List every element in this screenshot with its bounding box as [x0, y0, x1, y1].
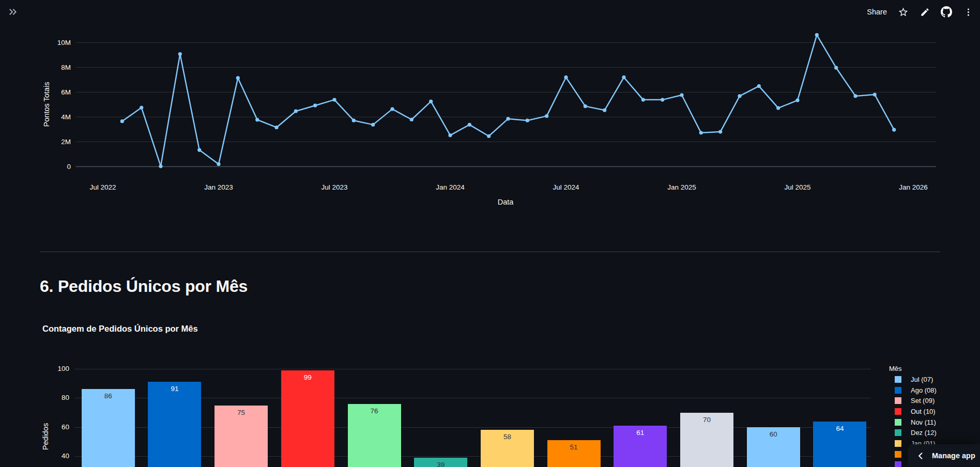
legend-swatch — [895, 376, 901, 383]
data-point-marker[interactable] — [545, 114, 548, 118]
x-axis-title: Data — [498, 198, 514, 206]
y-tick-label: 40 — [38, 452, 69, 460]
legend-swatch — [895, 429, 901, 436]
data-point-marker[interactable] — [738, 94, 741, 98]
data-point-marker[interactable] — [718, 130, 722, 134]
x-tick-label: Jan 2025 — [667, 183, 696, 191]
data-point-marker[interactable] — [584, 104, 587, 108]
legend-swatch — [895, 461, 901, 467]
data-point-marker[interactable] — [140, 106, 143, 110]
y-tick-label: 0 — [67, 163, 71, 170]
manage-app-button[interactable]: Manage app — [908, 444, 980, 467]
data-point-marker[interactable] — [641, 98, 645, 102]
bar-value-label: 39 — [414, 461, 467, 467]
bar-Out (10)[interactable] — [281, 370, 334, 467]
y-tick-label: 100 — [38, 365, 69, 372]
bar-Ago (08)[interactable] — [148, 382, 201, 467]
chevron-left-icon — [917, 452, 925, 460]
x-tick-label: Jul 2022 — [89, 183, 116, 191]
data-point-marker[interactable] — [603, 108, 606, 112]
legend-swatch — [895, 408, 901, 415]
data-point-marker[interactable] — [757, 84, 761, 88]
bar-Jul (07)[interactable] — [82, 389, 135, 467]
bar-value-label: 91 — [148, 385, 201, 393]
legend-swatch — [895, 387, 901, 394]
bar-value-label: 51 — [547, 443, 601, 451]
data-point-marker[interactable] — [352, 119, 356, 122]
data-point-marker[interactable] — [468, 123, 471, 127]
legend-item-label: Dez (12) — [911, 429, 937, 437]
data-point-marker[interactable] — [371, 123, 375, 127]
bar-chart-pedidos-por-mes[interactable]: 100806040Pedidos869175997639585161706064 — [0, 289, 980, 467]
data-point-marker[interactable] — [159, 164, 162, 168]
legend-item-Out (10)[interactable]: Out (10) — [885, 406, 980, 416]
bar-value-label: 76 — [348, 407, 401, 415]
data-point-marker[interactable] — [236, 76, 240, 80]
x-tick-label: Jul 2024 — [553, 183, 579, 191]
y-tick-label: 80 — [38, 394, 69, 401]
data-point-marker[interactable] — [487, 134, 491, 138]
legend-item-Ago (08)[interactable]: Ago (08) — [885, 385, 980, 395]
manage-app-label: Manage app — [932, 452, 975, 460]
legend-item-Set (09)[interactable]: Set (09) — [885, 396, 980, 406]
gridline — [75, 369, 871, 369]
data-point-marker[interactable] — [448, 133, 452, 137]
data-point-marker[interactable] — [526, 119, 529, 122]
data-point-marker[interactable] — [506, 117, 510, 120]
legend-item-label: Nov (11) — [911, 418, 936, 426]
legend-item-label: Out (10) — [911, 408, 936, 415]
y-tick-label: 6M — [61, 88, 71, 96]
data-point-marker[interactable] — [390, 107, 394, 111]
data-point-marker[interactable] — [410, 118, 414, 121]
line-series[interactable] — [122, 35, 894, 166]
legend-swatch — [895, 397, 901, 404]
legend-swatch — [895, 440, 901, 447]
data-point-marker[interactable] — [255, 118, 259, 121]
data-point-marker[interactable] — [776, 106, 780, 110]
legend-item-label: Set (09) — [911, 397, 935, 404]
bar-value-label: 61 — [614, 429, 667, 437]
bar-value-label: 64 — [813, 425, 866, 432]
x-tick-label: Jan 2023 — [204, 183, 233, 191]
data-point-marker[interactable] — [661, 98, 664, 102]
legend-swatch — [895, 419, 901, 426]
data-point-marker[interactable] — [197, 148, 201, 152]
bar-value-label: 99 — [281, 373, 334, 381]
bar-value-label: 58 — [481, 433, 534, 441]
data-point-marker[interactable] — [892, 128, 896, 132]
data-point-marker[interactable] — [564, 75, 568, 79]
legend-item-Nov (11)[interactable]: Nov (11) — [885, 417, 980, 427]
line-chart-pontos-totais[interactable]: 02M4M6M8M10MJul 2022Jan 2023Jul 2023Jan … — [0, 0, 980, 238]
data-point-marker[interactable] — [120, 119, 124, 123]
bar-value-label: 86 — [82, 392, 135, 400]
legend-item-label: Jul (07) — [911, 376, 933, 383]
y-tick-label: 8M — [61, 64, 71, 71]
data-point-marker[interactable] — [873, 93, 877, 97]
app-window: Share 0 — [0, 0, 980, 467]
data-point-marker[interactable] — [834, 66, 838, 70]
data-point-marker[interactable] — [217, 162, 220, 166]
data-point-marker[interactable] — [429, 100, 433, 103]
x-tick-label: Jul 2023 — [321, 183, 347, 191]
data-point-marker[interactable] — [680, 93, 683, 97]
x-tick-label: Jul 2025 — [784, 183, 810, 191]
bar-value-label: 60 — [747, 430, 800, 438]
data-point-marker[interactable] — [294, 110, 298, 113]
legend-item-Jul (07)[interactable]: Jul (07) — [885, 374, 980, 384]
data-point-marker[interactable] — [274, 126, 278, 129]
bar-value-label: 75 — [215, 409, 268, 416]
y-tick-label: 4M — [61, 113, 71, 121]
data-point-marker[interactable] — [853, 94, 857, 98]
x-tick-label: Jan 2024 — [436, 183, 465, 191]
legend-item-label: Ago (08) — [911, 386, 937, 394]
data-point-marker[interactable] — [313, 104, 317, 107]
data-point-marker[interactable] — [178, 52, 182, 56]
y-tick-label: 10M — [57, 39, 71, 46]
data-point-marker[interactable] — [699, 131, 703, 134]
data-point-marker[interactable] — [622, 75, 625, 79]
data-point-marker[interactable] — [795, 99, 799, 102]
data-point-marker[interactable] — [815, 33, 819, 37]
data-point-marker[interactable] — [332, 98, 336, 102]
legend-item-Dez (12)[interactable]: Dez (12) — [885, 428, 980, 438]
legend-swatch — [895, 451, 901, 458]
